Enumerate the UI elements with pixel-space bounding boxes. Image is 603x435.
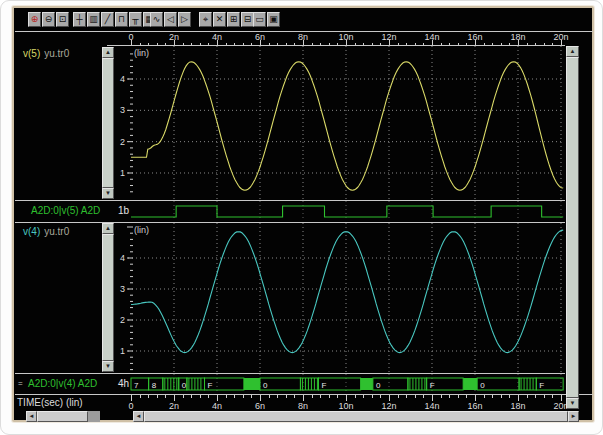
scroll-up-icon[interactable]: ▲ <box>102 47 114 58</box>
axis-tick-label: 8n <box>290 32 316 42</box>
axis-tick <box>148 395 149 398</box>
marker-pair-icon[interactable]: ╥ <box>129 12 142 27</box>
bus-value-label: F <box>539 381 544 390</box>
fit-view-icon[interactable]: ▣ <box>267 12 280 27</box>
select-point-icon[interactable]: ⌖ <box>199 12 212 27</box>
next-edge-icon[interactable]: ▷ <box>178 12 191 27</box>
bus-segment-busy <box>300 378 318 390</box>
axis-tick <box>527 395 528 398</box>
toolbar-group: ∿◁▷ <box>150 12 191 27</box>
analog-plot-v5[interactable]: 4321(lin) <box>116 46 564 199</box>
signal-name: v(4) <box>23 226 40 237</box>
toolbar-group: ⊕⊖⊡ <box>28 12 69 27</box>
analog-plot-v4[interactable]: 4321(lin) <box>116 223 564 372</box>
axis-tick-label: 0 <box>118 32 144 42</box>
axis-tick <box>243 395 244 398</box>
scroll-left-icon[interactable]: ◄ <box>133 411 144 422</box>
scroll-right-icon[interactable]: ► <box>568 411 579 422</box>
axis-tick <box>286 395 287 398</box>
scrollbar-thumb[interactable] <box>102 234 114 361</box>
signal-source: yu.tr0 <box>44 48 69 59</box>
panel2-scrollbar[interactable]: ▲ ▼ <box>102 223 114 372</box>
y-axis-label: 2 <box>120 315 125 325</box>
axis-tick-label: 12n <box>376 32 402 42</box>
panel1-scrollbar[interactable]: ▲ ▼ <box>102 47 114 199</box>
y-axis-label: 4 <box>120 253 125 263</box>
signal-name: A2D:0|v(5) A2D <box>31 205 100 216</box>
signal-label-v5[interactable]: v(5)yu.tr0 <box>23 48 69 59</box>
slope-measure-icon[interactable]: ╱ <box>101 12 114 27</box>
delete-icon[interactable]: ✕ <box>213 12 226 27</box>
zoom-out-icon[interactable]: ⊖ <box>42 12 55 27</box>
scroll-left-icon[interactable]: ◄ <box>26 411 37 422</box>
scroll-up-icon[interactable]: ▲ <box>566 46 579 57</box>
axis-tick <box>355 395 356 398</box>
axis-tick <box>415 395 416 398</box>
pulse-measure-icon[interactable]: ⊓ <box>115 12 128 27</box>
digital-trace <box>131 206 563 217</box>
axis-tick-label: 2n <box>161 32 187 42</box>
bus-segment-busy <box>244 378 260 390</box>
axis-tick <box>312 395 313 398</box>
scroll-down-icon[interactable]: ▼ <box>102 188 114 199</box>
analog-trace <box>131 230 563 353</box>
signal-label-a2d-v5[interactable]: A2D:0|v(5) A2D <box>31 205 100 216</box>
axis-tick <box>380 395 381 398</box>
time-scrollbar[interactable]: ◄ ► <box>133 411 579 422</box>
signal-wave-icon[interactable]: ∿ <box>150 12 163 27</box>
axis-tick-label: 6n <box>247 401 273 411</box>
axis-tick <box>234 395 235 398</box>
axis-tick <box>363 395 364 398</box>
axis-tick-label: 18n <box>505 32 531 42</box>
digital-plot-v5[interactable] <box>116 201 564 221</box>
analog-trace <box>131 62 563 190</box>
bus-value-label: F <box>321 381 326 390</box>
scale-label: (lin) <box>134 48 149 58</box>
scroll-down-icon[interactable]: ▼ <box>102 361 114 372</box>
y-axis-label: 3 <box>120 284 125 294</box>
axis-tick-label: 2n <box>161 401 187 411</box>
axis-tick <box>157 395 158 398</box>
zoom-area-icon[interactable]: ⊡ <box>56 12 69 27</box>
scroll-down-icon[interactable]: ▼ <box>566 398 579 409</box>
signal-label-v4[interactable]: v(4)yu.tr0 <box>23 226 69 237</box>
axis-tick-label: 10n <box>333 32 359 42</box>
label-panel-scrollbar[interactable]: ◄ <box>26 411 100 422</box>
add-panel-icon[interactable]: ⊞ <box>227 12 240 27</box>
expand-view-icon[interactable]: ▭ <box>253 12 266 27</box>
crosshair-icon[interactable]: ┼ <box>73 12 86 27</box>
scrollbar-thumb[interactable] <box>566 57 579 398</box>
axis-tick-label: 14n <box>419 401 445 411</box>
axis-tick <box>320 395 321 398</box>
prev-edge-icon[interactable]: ◁ <box>164 12 177 27</box>
axis-tick <box>140 395 141 398</box>
axis-tick <box>449 395 450 398</box>
axis-tick-label: 14n <box>419 32 445 42</box>
axis-tick <box>501 395 502 398</box>
screen: ⊕⊖⊡┼▥╱⊓╥▦∿◁▷⌖✕⊞⊟▭▣ 02n4n6n8n10n12n14n16n… <box>0 0 603 435</box>
axis-tick <box>294 395 295 398</box>
bottom-time-axis: 02n4n6n8n10n12n14n16n18n20n <box>116 395 581 411</box>
signal-source: yu.tr0 <box>44 226 69 237</box>
scroll-up-icon[interactable]: ▲ <box>102 223 114 234</box>
bus-expand-marker[interactable]: = <box>18 379 23 388</box>
bus-plot-v4[interactable]: 780F0F0F0F <box>116 374 564 394</box>
axis-tick <box>398 395 399 398</box>
right-scrollbar[interactable]: ▲ ▼ <box>566 46 579 409</box>
bus-value-label: 0 <box>263 381 268 390</box>
scrollbar-thumb[interactable] <box>102 58 114 188</box>
axis-tick-label: 16n <box>462 32 488 42</box>
bus-value-label: 0 <box>376 381 381 390</box>
scrollbar-thumb[interactable] <box>144 411 568 422</box>
bus-segment-busy <box>463 378 477 390</box>
zoom-in-icon[interactable]: ⊕ <box>28 12 41 27</box>
signal-label-a2d-v4[interactable]: A2D:0|v(4) A2D <box>28 378 97 389</box>
bus-value-label: 0 <box>182 381 187 390</box>
ruler-icon[interactable]: ▥ <box>87 12 100 27</box>
scrollbar-thumb[interactable] <box>37 411 88 422</box>
axis-tick-label: 6n <box>247 32 273 42</box>
axis-tick <box>269 395 270 398</box>
axis-tick <box>544 395 545 398</box>
axis-tick <box>484 395 485 398</box>
axis-tick <box>337 395 338 398</box>
